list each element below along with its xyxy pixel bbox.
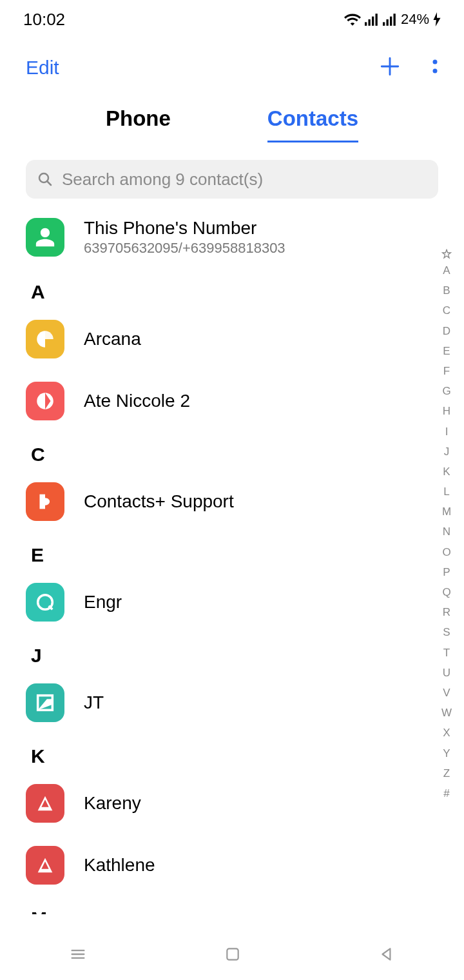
- contact-name: JT: [84, 692, 104, 713]
- contact-row[interactable]: Contacts+ Support: [26, 471, 464, 533]
- index-letter[interactable]: X: [443, 724, 450, 741]
- contact-row[interactable]: Kareny: [26, 772, 464, 834]
- svg-rect-13: [40, 495, 46, 509]
- app-bar: Edit: [0, 39, 464, 97]
- svg-rect-3: [375, 14, 377, 26]
- more-vertical-icon: [432, 57, 438, 75]
- wifi-icon: [344, 13, 361, 26]
- section-header: M: [26, 896, 464, 914]
- charging-icon: [433, 12, 441, 26]
- signal-icon: [365, 13, 379, 26]
- add-contact-button[interactable]: [379, 55, 401, 80]
- index-letter[interactable]: Z: [443, 765, 450, 782]
- back-triangle-icon: [378, 946, 395, 963]
- index-letter[interactable]: #: [443, 785, 449, 802]
- system-nav-bar: [0, 928, 464, 980]
- svg-line-11: [47, 181, 51, 185]
- svg-rect-2: [372, 17, 374, 26]
- index-letter[interactable]: V: [443, 684, 450, 701]
- svg-rect-6: [390, 17, 392, 26]
- svg-point-9: [433, 69, 438, 74]
- index-letter[interactable]: L: [443, 483, 449, 500]
- index-letter[interactable]: B: [443, 282, 450, 299]
- index-letter[interactable]: H: [443, 402, 450, 420]
- search-input[interactable]: Search among 9 contact(s): [26, 160, 438, 199]
- menu-icon: [69, 945, 87, 963]
- contact-list[interactable]: This Phone's Number 639705632095/+639958…: [0, 205, 464, 914]
- tab-bar: Phone Contacts: [0, 97, 464, 148]
- index-letter[interactable]: U: [443, 664, 450, 681]
- index-letter[interactable]: N: [443, 523, 450, 540]
- svg-rect-17: [227, 948, 238, 959]
- index-letter[interactable]: P: [443, 564, 450, 581]
- index-letter[interactable]: C: [443, 302, 450, 319]
- index-letter[interactable]: I: [445, 423, 449, 440]
- edit-button[interactable]: Edit: [26, 57, 59, 79]
- more-button[interactable]: [432, 57, 438, 78]
- tab-contacts[interactable]: Contacts: [267, 106, 358, 139]
- index-letter[interactable]: R: [443, 603, 450, 621]
- contact-name: Ate Niccole 2: [84, 391, 190, 411]
- status-bar: 10:02 24%: [0, 0, 464, 39]
- index-letter[interactable]: A: [443, 262, 450, 279]
- square-icon: [224, 946, 241, 963]
- section-header: C: [26, 432, 464, 471]
- plus-icon: [379, 55, 401, 77]
- nav-recent-button[interactable]: [69, 945, 87, 963]
- svg-rect-5: [386, 19, 388, 26]
- signal-icon-2: [383, 13, 397, 26]
- contact-name: Kareny: [84, 793, 141, 814]
- index-letter[interactable]: K: [443, 463, 450, 480]
- index-letter[interactable]: S: [443, 623, 450, 641]
- section-header: E: [26, 533, 464, 571]
- svg-rect-7: [393, 14, 395, 26]
- contact-name: Engr: [84, 592, 122, 612]
- contact-avatar-icon: [26, 846, 64, 885]
- index-letter[interactable]: D: [443, 322, 450, 340]
- index-letter[interactable]: O: [442, 544, 450, 561]
- contact-avatar-icon: [26, 683, 64, 722]
- index-letter[interactable]: M: [442, 503, 451, 520]
- index-letter[interactable]: F: [443, 362, 450, 380]
- contact-row[interactable]: Arcana: [26, 308, 464, 370]
- contact-avatar-icon: [26, 583, 64, 622]
- index-scrollbar[interactable]: A B C D E F G H I J K L M N O P Q R S T …: [437, 249, 456, 802]
- section-header: J: [26, 633, 464, 672]
- nav-back-button[interactable]: [378, 946, 395, 963]
- contact-avatar-icon: [26, 784, 64, 823]
- own-name: This Phone's Number: [84, 218, 285, 239]
- contact-name: Contacts+ Support: [84, 491, 234, 512]
- contact-avatar-icon: [26, 382, 64, 420]
- svg-rect-1: [368, 19, 370, 26]
- tab-phone[interactable]: Phone: [106, 106, 171, 139]
- svg-point-8: [433, 60, 438, 64]
- own-number-row[interactable]: This Phone's Number 639705632095/+639958…: [26, 205, 464, 270]
- contact-row[interactable]: Ate Niccole 2: [26, 370, 464, 432]
- search-icon: [37, 172, 53, 187]
- person-icon: [26, 218, 64, 257]
- own-sub: 639705632095/+639958818303: [84, 240, 285, 257]
- index-letter[interactable]: Q: [442, 583, 450, 601]
- index-letter[interactable]: T: [443, 644, 450, 662]
- index-letter[interactable]: J: [444, 443, 450, 460]
- status-time: 10:02: [23, 10, 65, 30]
- index-letter[interactable]: G: [442, 382, 450, 400]
- contact-avatar-icon: [26, 320, 64, 358]
- index-letter[interactable]: Y: [443, 745, 450, 762]
- index-letter[interactable]: W: [441, 704, 452, 721]
- contact-row[interactable]: Kathlene: [26, 834, 464, 896]
- contact-avatar-icon: [26, 482, 64, 521]
- contact-row[interactable]: Engr: [26, 571, 464, 633]
- star-icon: [441, 249, 452, 259]
- contact-row[interactable]: JT: [26, 672, 464, 734]
- appbar-actions: [379, 55, 438, 80]
- nav-home-button[interactable]: [224, 946, 241, 963]
- battery-text: 24%: [401, 11, 429, 28]
- index-letter[interactable]: E: [443, 342, 450, 360]
- search-placeholder: Search among 9 contact(s): [62, 170, 263, 190]
- section-header: A: [26, 270, 464, 308]
- status-right: 24%: [344, 11, 441, 28]
- section-header: K: [26, 734, 464, 772]
- svg-rect-0: [365, 22, 367, 26]
- contact-name: Arcana: [84, 329, 141, 349]
